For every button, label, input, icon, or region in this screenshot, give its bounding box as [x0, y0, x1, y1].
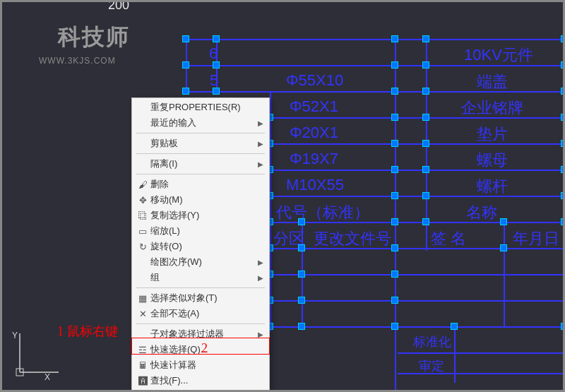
menu-item-13[interactable]: 组▶: [132, 270, 269, 285]
table-cell[interactable]: 螺母: [477, 150, 508, 171]
watermark-logo: 科技师: [39, 22, 148, 53]
selection-grip[interactable]: [561, 192, 565, 199]
selection-grip[interactable]: [391, 297, 398, 304]
menu-item-5[interactable]: 隔离(I)▶: [132, 156, 269, 172]
selection-grip[interactable]: [391, 244, 398, 251]
selection-grip[interactable]: [422, 192, 429, 199]
selection-grip[interactable]: [422, 88, 429, 95]
selection-grip[interactable]: [422, 114, 429, 121]
menu-item-1[interactable]: 最近的输入▶: [132, 115, 269, 131]
selection-grip[interactable]: [213, 88, 220, 95]
watermark: 科技师 WWW.3KJS.COM: [39, 22, 148, 71]
selection-grip[interactable]: [561, 114, 565, 121]
menu-item-label: 查找(F)...: [150, 374, 255, 387]
table-cell[interactable]: Φ19X7: [290, 150, 338, 168]
table-cell[interactable]: Φ20X1: [290, 124, 338, 142]
selection-grip[interactable]: [391, 61, 398, 69]
selection-grip[interactable]: [561, 323, 565, 330]
qsel-icon: ☲: [135, 345, 150, 355]
selection-grip[interactable]: [213, 61, 220, 69]
selection-grip[interactable]: [422, 166, 429, 173]
selection-grip[interactable]: [422, 35, 429, 42]
selection-grip[interactable]: [298, 297, 305, 304]
find-icon: 🅰: [135, 376, 150, 386]
selection-grip[interactable]: [391, 166, 398, 173]
selection-grip[interactable]: [561, 140, 565, 147]
menu-item-7[interactable]: 🖌删除: [132, 177, 269, 192]
selection-grip[interactable]: [391, 218, 398, 225]
selection-grip[interactable]: [561, 218, 565, 225]
selection-grip[interactable]: [391, 114, 398, 121]
menu-item-label: 快速计算器: [150, 359, 255, 372]
selection-grip[interactable]: [391, 323, 398, 330]
scale-icon: ▭: [135, 226, 150, 237]
selection-grip[interactable]: [182, 61, 189, 69]
selsim-icon: ▦: [135, 293, 150, 304]
menu-item-8[interactable]: ✥移动(M): [132, 192, 269, 208]
selection-grip[interactable]: [298, 244, 305, 251]
table-cell[interactable]: 年月日: [513, 228, 559, 249]
selection-grip[interactable]: [391, 35, 398, 42]
menu-item-16[interactable]: ✕全部不选(A): [132, 306, 269, 321]
menu-item-label: 全部不选(A): [150, 307, 255, 320]
selection-grip[interactable]: [298, 323, 305, 330]
selection-grip[interactable]: [500, 218, 507, 225]
desel-icon: ✕: [135, 309, 150, 319]
selection-grip[interactable]: [561, 166, 565, 173]
selection-grip[interactable]: [500, 244, 507, 251]
table-cell[interactable]: Φ55X10: [286, 71, 343, 90]
table-cell[interactable]: 标准化: [413, 333, 451, 350]
selection-grip[interactable]: [561, 35, 565, 42]
menu-item-18[interactable]: 子对象选择过滤器▶: [132, 326, 269, 342]
context-menu: 重复PROPERTIES(R)最近的输入▶剪贴板▶隔离(I)▶🖌删除✥移动(M)…: [131, 97, 270, 392]
menu-separator: [136, 153, 265, 154]
selection-grip[interactable]: [422, 218, 429, 225]
table-cell[interactable]: Φ52X1: [290, 97, 338, 116]
copy-icon: ⿻: [135, 210, 150, 221]
menu-item-19[interactable]: ☲快速选择(Q)...: [132, 342, 269, 357]
submenu-arrow-icon: ▶: [255, 274, 263, 282]
table-cell[interactable]: 更改文件号: [314, 228, 391, 249]
menu-item-10[interactable]: ▭缩放(L): [132, 223, 269, 239]
menu-item-20[interactable]: 🖩快速计算器: [132, 357, 269, 373]
menu-item-21[interactable]: 🅰查找(F)...: [132, 373, 269, 388]
ucs-x-label: X: [44, 372, 50, 382]
table-cell[interactable]: 代号（标准）: [276, 202, 369, 223]
selection-grip[interactable]: [391, 271, 398, 278]
selection-grip[interactable]: [422, 140, 429, 147]
menu-item-12[interactable]: 绘图次序(W)▶: [132, 254, 269, 270]
table-cell[interactable]: 审定: [419, 357, 444, 374]
menu-item-11[interactable]: ↻旋转(O): [132, 239, 269, 254]
table-cell[interactable]: 6: [209, 44, 218, 63]
table-cell[interactable]: 企业铭牌: [461, 97, 523, 119]
table-cell[interactable]: 垫片: [477, 124, 508, 145]
selection-grip[interactable]: [213, 35, 220, 42]
table-cell[interactable]: 螺杆: [477, 176, 508, 197]
submenu-arrow-icon: ▶: [255, 331, 263, 338]
menu-item-9[interactable]: ⿻复制选择(Y): [132, 208, 269, 223]
table-cell[interactable]: 10KV元件: [464, 44, 533, 66]
submenu-arrow-icon: ▶: [255, 259, 263, 266]
menu-item-label: 子对象选择过滤器: [150, 328, 255, 340]
table-cell[interactable]: 名称: [466, 202, 497, 223]
selection-grip[interactable]: [561, 61, 565, 69]
selection-grip[interactable]: [298, 218, 305, 225]
table-cell[interactable]: 签 名: [431, 228, 466, 249]
move-icon: ✥: [135, 195, 150, 206]
selection-grip[interactable]: [391, 192, 398, 199]
submenu-arrow-icon: ▶: [255, 119, 263, 127]
menu-item-3[interactable]: 剪贴板▶: [132, 136, 269, 151]
selection-grip[interactable]: [182, 88, 189, 95]
table-cell[interactable]: 端盖: [477, 71, 508, 93]
selection-grip[interactable]: [182, 35, 189, 42]
table-cell[interactable]: M10X55: [286, 176, 344, 194]
selection-grip[interactable]: [298, 271, 305, 278]
annotation-text-1: 1 鼠标右键: [57, 323, 118, 340]
selection-grip[interactable]: [422, 61, 429, 69]
selection-grip[interactable]: [391, 140, 398, 147]
menu-item-0[interactable]: 重复PROPERTIES(R): [132, 100, 269, 115]
menu-item-15[interactable]: ▦选择类似对象(T): [132, 290, 269, 306]
selection-grip[interactable]: [451, 323, 458, 330]
selection-grip[interactable]: [391, 88, 398, 95]
selection-grip[interactable]: [561, 88, 565, 95]
